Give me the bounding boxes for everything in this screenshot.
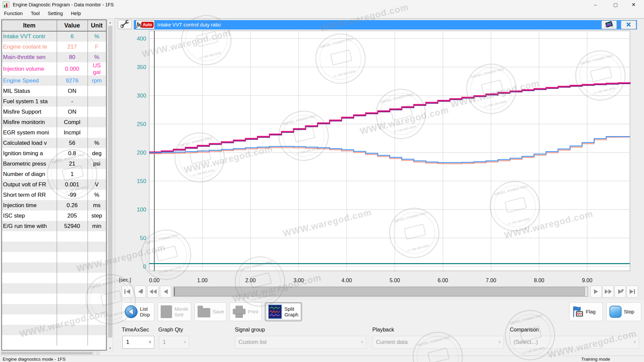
scrollbar-thumb[interactable] (1, 352, 93, 354)
val-cell: 9276 (57, 75, 88, 86)
step-forward-button[interactable] (590, 286, 602, 298)
previous-flag-button[interactable] (135, 286, 146, 298)
stop-button[interactable]: Stop (606, 302, 641, 321)
graph-qty-select[interactable]: 1 ∨ (159, 336, 189, 349)
playback-select[interactable]: Current data ∨ (372, 336, 504, 349)
table-row[interactable] (2, 283, 106, 294)
val-cell (57, 252, 88, 262)
flag-button[interactable]: Flag (569, 302, 603, 321)
menu-item-setting[interactable]: Setting (44, 9, 67, 17)
table-row[interactable]: Output volt of FR0.001V (2, 179, 106, 190)
table-row[interactable]: EGR system moniIncmpl (2, 127, 106, 138)
val-cell: 205 (57, 210, 88, 221)
next-flag-button[interactable] (614, 286, 626, 298)
table-row[interactable]: Ignition timing a0.8deg (2, 148, 106, 159)
auto-scale-button[interactable]: Auto (136, 20, 155, 29)
graph-close-button[interactable]: ✕ (621, 20, 636, 29)
menu-item-help[interactable]: Help (67, 9, 85, 17)
table-row[interactable] (2, 335, 106, 346)
step-back-button[interactable] (160, 286, 171, 298)
table-row[interactable] (2, 294, 106, 304)
rewind-button[interactable] (147, 286, 159, 298)
save-label: Save (213, 309, 224, 314)
x-axis-unit-label: [sec.] (119, 277, 131, 283)
val-cell (57, 273, 88, 283)
val-cell (57, 262, 88, 273)
scrollbar-thumb[interactable] (108, 26, 112, 338)
chevron-down-icon: ∨ (498, 339, 501, 344)
table-row[interactable]: MIL StatusON (2, 86, 106, 96)
val-cell (57, 335, 88, 346)
table-row[interactable]: Intake VVT contr6% (2, 31, 106, 42)
table-horizontal-scrollbar[interactable] (1, 351, 95, 355)
table-row[interactable]: Injection time0.26ms (2, 200, 106, 210)
list-disp-button[interactable]: List Disp (122, 302, 154, 321)
skip-start-icon (124, 289, 131, 294)
menu-item-function[interactable]: Function (0, 9, 27, 17)
header-item: Item (2, 20, 57, 31)
item-cell: Misfire monitorin (2, 117, 57, 127)
item-cell: Intake VVT contr (2, 31, 57, 42)
table-row[interactable] (2, 242, 106, 252)
table-row[interactable]: ISC step205step (2, 210, 106, 221)
split-graph-button[interactable]: Split Graph (265, 302, 302, 321)
table-row[interactable]: Calculated load v56% (2, 138, 106, 148)
table-row[interactable]: Engine Speed9276rpm (2, 75, 106, 86)
minimize-button[interactable]: – (588, 0, 603, 9)
table-row[interactable]: Barometric press21psi (2, 159, 106, 169)
scroll-down-icon[interactable]: ▼ (108, 346, 113, 351)
table-row[interactable]: Short term of RR-99% (2, 190, 106, 200)
signal-group-label: Signal group (235, 327, 265, 333)
table-row[interactable]: Fuel system 1 sta- (2, 96, 106, 107)
scroll-up-icon[interactable]: ▲ (108, 20, 113, 25)
graph-tools-button[interactable] (118, 20, 132, 29)
save-button[interactable]: Save (195, 302, 226, 321)
val-cell: ON (57, 86, 88, 96)
menu-item-tool[interactable]: Tool (27, 9, 44, 17)
item-cell: E/G run time with (2, 221, 57, 231)
table-row[interactable] (2, 304, 106, 314)
skip-to-end-button[interactable] (627, 286, 638, 298)
table-row[interactable] (2, 273, 106, 283)
header-unit: Unit (88, 20, 106, 31)
signal-group-select[interactable]: Custom list ∨ (235, 336, 366, 349)
maximize-button[interactable]: ▢ (608, 0, 623, 9)
table-row[interactable] (2, 262, 106, 273)
unit-cell (88, 107, 106, 117)
flag-label: Flag (586, 309, 600, 314)
item-cell: Main-throttle sen (2, 52, 57, 62)
fast-forward-button[interactable] (602, 286, 614, 298)
title-bar: Engine Diagnostic Program - Data monitor… (0, 0, 644, 9)
timeline-thumb[interactable] (174, 287, 585, 296)
table-row[interactable]: E/G run time with52940min (2, 221, 106, 231)
table-vertical-scrollbar[interactable]: ▲ ▼ (107, 19, 113, 351)
wrench-icon (120, 20, 129, 28)
table-row[interactable]: Main-throttle sen80% (2, 52, 106, 62)
table-row[interactable]: Engine coolant te217F (2, 42, 106, 52)
table-row[interactable] (2, 325, 106, 335)
val-cell: 0.26 (57, 200, 88, 210)
val-cell (57, 242, 88, 252)
unit-cell: ms (88, 200, 106, 210)
skip-end-icon (629, 289, 636, 294)
table-row[interactable]: Injection volume0.000US gal (2, 62, 106, 75)
table-row[interactable]: Number of diagn1 (2, 169, 106, 179)
skip-to-start-button[interactable] (122, 286, 133, 298)
print-button[interactable]: Print (230, 302, 262, 321)
time-ax-select[interactable]: 1 ∨ (122, 336, 154, 349)
unit-cell (88, 242, 106, 252)
close-button[interactable]: ✕ (626, 0, 641, 9)
unit-cell: rpm (88, 75, 106, 86)
monitor-sett-button[interactable]: Monitr Sett (158, 302, 191, 321)
table-row[interactable] (2, 314, 106, 325)
table-row[interactable] (2, 252, 106, 262)
item-cell (2, 314, 57, 325)
comparison-select[interactable]: (Select...) ∨ (510, 336, 639, 349)
timeline-scrollbar[interactable] (173, 287, 588, 297)
table-row[interactable] (2, 231, 106, 242)
table-row[interactable]: Misfire monitorinCompl (2, 117, 106, 127)
table-row[interactable]: Misfire SupportON (2, 107, 106, 117)
unit-cell (88, 231, 106, 242)
graph-qty-value: 1 (163, 339, 166, 345)
graph-settings-button[interactable] (601, 20, 617, 29)
